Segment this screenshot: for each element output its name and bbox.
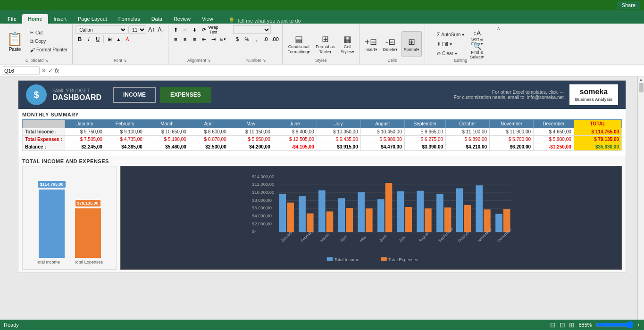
format-painter-button[interactable]: 🖌Format Painter — [28, 46, 69, 54]
svg-text:$6,000,00: $6,000,00 — [252, 206, 272, 211]
dashboard-title: FAMILY BUDGET DASHBOARD — [52, 88, 101, 102]
font-group-label: Font ↘ — [73, 58, 168, 63]
cut-button[interactable]: ✂Cut — [28, 29, 69, 37]
fill-button[interactable]: ⬇ Fill ▾ — [435, 40, 466, 49]
styles-label: Styles — [283, 58, 359, 63]
tab-home[interactable]: Home — [22, 14, 48, 24]
expenses-nav-button[interactable]: EXPENSES — [160, 87, 211, 103]
number-format-select[interactable] — [233, 25, 271, 34]
format-button[interactable]: ⊞ Format▾ — [401, 31, 422, 57]
bar-may-expenses — [366, 209, 373, 232]
borders-button[interactable]: ⊞ — [105, 35, 114, 43]
confirm-formula-icon[interactable]: ✓ — [48, 67, 53, 74]
increase-font-button[interactable]: A↑ — [147, 25, 156, 34]
currency-button[interactable]: $ — [233, 35, 242, 43]
share-button[interactable]: Share — [617, 1, 640, 9]
autosum-button[interactable]: Σ AutoSum ▾ — [435, 31, 466, 39]
svg-text:May: May — [359, 234, 368, 243]
wrap-text-button[interactable]: Wrap Text — [209, 25, 217, 34]
svg-text:August: August — [418, 231, 430, 243]
svg-text:$8,000,00: $8,000,00 — [252, 198, 272, 203]
align-left-button[interactable]: ≡ — [171, 35, 180, 43]
alignment-label: Alignment ↘ — [168, 58, 230, 63]
comma-button[interactable]: , — [252, 35, 260, 43]
italic-button[interactable]: I — [84, 35, 93, 43]
font-size-select[interactable]: 11 — [128, 25, 146, 34]
align-bottom-button[interactable]: ⬇ — [190, 25, 199, 34]
number-label: Number ↘ — [230, 58, 282, 63]
tab-data[interactable]: Data — [146, 14, 168, 24]
delete-button[interactable]: -⊟ Delete▾ — [381, 31, 400, 57]
dashboard-info: For other Excel templates, click → For c… — [454, 90, 564, 100]
decrease-indent-button[interactable]: ⇤ — [200, 35, 208, 43]
monthly-chart-svg: $14,000,00 $12,000,00 $10,000,00 $8,000,… — [125, 171, 617, 264]
svg-text:April: April — [339, 234, 348, 243]
bold-button[interactable]: B — [75, 35, 84, 43]
tab-page-layout[interactable]: Page Layout — [72, 14, 113, 24]
ribbon-toolbar: 📋 Paste ✂Cut ⧉Copy 🖌Format Painter Clipb… — [0, 24, 644, 65]
chart-title: TOTAL INCOME AND EXPENSES — [22, 158, 622, 164]
page-break-view-button[interactable]: ⊞ — [569, 321, 575, 329]
income-nav-button[interactable]: INCOME — [113, 87, 156, 103]
find-select-button[interactable]: 🔍 Find &Select▾ — [468, 45, 486, 57]
conditional-formatting-button[interactable]: ▤ ConditionalFormatting▾ — [285, 31, 312, 57]
col-september: September — [404, 120, 445, 128]
expenses-label: Total Expenses : — [23, 136, 65, 143]
expenses-bar-item: $79,135,00 — [75, 200, 101, 258]
fill-color-button[interactable]: ▲ — [114, 35, 123, 43]
align-center-button[interactable]: ≡ — [181, 35, 189, 43]
col-march: March — [145, 120, 189, 128]
income-bar-value: $114,765,00 — [38, 181, 65, 188]
income-row: Total Income : $ 9.750,00$ 9.100,00$ 10.… — [23, 128, 622, 136]
cell-reference-box[interactable]: Q16 — [2, 66, 40, 75]
formula-input[interactable] — [63, 68, 642, 74]
cancel-formula-icon[interactable]: ✕ — [42, 67, 46, 74]
align-top-button[interactable]: ⬆ — [171, 25, 180, 34]
font-color-button[interactable]: A — [123, 35, 132, 43]
insert-function-icon[interactable]: fx — [55, 67, 59, 74]
align-right-button[interactable]: ≡ — [190, 35, 199, 43]
decrease-decimal-button[interactable]: .0 — [261, 35, 270, 43]
monthly-summary-section: MONTHLY SUMMARY January February March A… — [18, 109, 626, 154]
cell-styles-button[interactable]: ▦ CellStyles▾ — [339, 31, 357, 57]
insert-button[interactable]: +⊟ Insert▾ — [362, 31, 379, 57]
svg-text:$14,000,00: $14,000,00 — [252, 174, 274, 179]
format-as-table-button[interactable]: ⊞ Format asTable▾ — [314, 31, 337, 57]
page-layout-view-button[interactable]: ⊡ — [560, 321, 565, 329]
clipboard-label: Clipboard ↘ — [2, 58, 72, 63]
vertical-scrollbar[interactable]: ▲ — [637, 76, 644, 320]
tab-view[interactable]: View — [196, 14, 219, 24]
increase-decimal-button[interactable]: .00 — [271, 35, 279, 43]
ribbon-collapse-button[interactable]: ∧ — [496, 25, 501, 64]
sheet-content: $ FAMILY BUDGET DASHBOARD INCOME EXPENSE… — [0, 76, 644, 320]
tab-insert[interactable]: Insert — [48, 14, 73, 24]
copy-button[interactable]: ⧉Copy — [28, 37, 69, 46]
clear-button[interactable]: ⊘ Clear ▾ — [435, 50, 466, 58]
increase-indent-button[interactable]: ⇥ — [209, 35, 217, 43]
tab-review[interactable]: Review — [168, 14, 196, 24]
paste-button[interactable]: 📋 Paste — [5, 27, 27, 56]
styles-group: ▤ ConditionalFormatting▾ ⊞ Format asTabl… — [283, 25, 360, 64]
normal-view-button[interactable]: ⊟ — [550, 321, 556, 329]
tell-me-field[interactable]: Tell me what you want to do — [237, 18, 301, 24]
zoom-in-button[interactable]: + — [637, 322, 640, 328]
bar-sep-income — [436, 194, 443, 232]
decrease-font-button[interactable]: A↓ — [157, 25, 165, 34]
title-bar: Share — [0, 0, 644, 10]
percent-button[interactable]: % — [243, 35, 251, 43]
svg-text:July: July — [398, 235, 406, 243]
merge-center-button[interactable]: ⊟▾ — [218, 35, 227, 43]
income-bar-label: Total Income — [36, 260, 60, 264]
bar-jan-income — [279, 194, 286, 232]
tab-formulas[interactable]: Formulas — [113, 14, 146, 24]
font-name-select[interactable]: Calibri — [75, 25, 127, 34]
cells-label: Cells — [360, 58, 425, 63]
zoom-slider[interactable] — [596, 322, 634, 328]
underline-button[interactable]: U — [93, 35, 102, 43]
bar-mar-income — [318, 190, 326, 232]
bar-jun-income — [377, 199, 385, 232]
tab-file[interactable]: File — [2, 14, 22, 24]
align-middle-button[interactable]: ↔ — [181, 25, 189, 34]
col-april: April — [189, 120, 229, 128]
orientation-button[interactable]: ⟳ — [200, 25, 208, 34]
